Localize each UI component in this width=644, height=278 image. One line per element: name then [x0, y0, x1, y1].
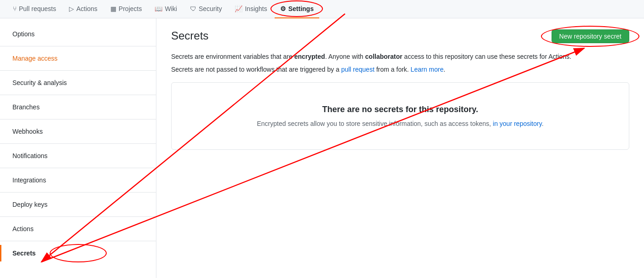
nav-pull-requests[interactable]: ⑂ Pull requests — [7, 0, 62, 18]
nav-settings[interactable]: ⚙ Settings — [275, 0, 319, 18]
sidebar-item-integrations[interactable]: Integrations — [0, 172, 156, 188]
sidebar: Options Manage access Security & analysi… — [0, 18, 156, 278]
pull-requests-icon: ⑂ — [13, 5, 17, 12]
sidebar-item-secrets[interactable]: Secrets — [0, 245, 156, 261]
description-line1: Secrets are environment variables that a… — [171, 51, 629, 62]
secrets-circled-wrapper: Secrets — [0, 245, 156, 261]
empty-box-desc: Encrypted secrets allow you to store sen… — [183, 120, 618, 127]
actions-icon: ▷ — [69, 5, 74, 12]
nav-insights[interactable]: 📈 Insights — [229, 0, 272, 18]
main-header-row: Secrets New repository secret — [171, 29, 629, 50]
nav-wiki[interactable]: 📖 Wiki — [149, 0, 182, 18]
description-line2: Secrets are not passed to workflows that… — [171, 64, 629, 74]
insights-icon: 📈 — [235, 5, 242, 12]
sidebar-item-notifications[interactable]: Notifications — [0, 148, 156, 164]
sidebar-divider-4 — [0, 119, 156, 119]
new-secret-btn-wrapper: New repository secret — [552, 29, 629, 43]
settings-icon: ⚙ — [280, 5, 286, 12]
sidebar-divider-3 — [0, 95, 156, 95]
layout: Options Manage access Security & analysi… — [0, 18, 644, 278]
nav-security[interactable]: 🛡 Security — [184, 0, 228, 18]
sidebar-divider-6 — [0, 168, 156, 168]
empty-box-title: There are no secrets for this repository… — [183, 105, 618, 114]
sidebar-item-manage-access[interactable]: Manage access — [0, 50, 156, 67]
sidebar-item-branches[interactable]: Branches — [0, 99, 156, 115]
sidebar-divider-7 — [0, 192, 156, 193]
main-content: Secrets New repository secret Secrets ar… — [156, 18, 644, 278]
sidebar-divider-1 — [0, 46, 156, 46]
sidebar-divider-2 — [0, 70, 156, 71]
sidebar-divider-8 — [0, 216, 156, 217]
wiki-icon: 📖 — [155, 5, 162, 12]
nav-actions[interactable]: ▷ Actions — [63, 0, 103, 18]
projects-icon: ▦ — [110, 5, 116, 12]
sidebar-item-security-analysis[interactable]: Security & analysis — [0, 74, 156, 91]
learn-more-link[interactable]: Learn more — [411, 66, 444, 73]
sidebar-item-webhooks[interactable]: Webhooks — [0, 123, 156, 140]
page-title: Secrets — [171, 29, 208, 42]
top-nav: ⑂ Pull requests ▷ Actions ▦ Projects 📖 W… — [0, 0, 644, 18]
sidebar-divider-9 — [0, 241, 156, 241]
sidebar-item-actions[interactable]: Actions — [0, 221, 156, 237]
pull-request-link[interactable]: pull request — [341, 66, 374, 73]
sidebar-item-options[interactable]: Options — [0, 26, 156, 42]
security-icon: 🛡 — [190, 5, 196, 12]
nav-projects[interactable]: ▦ Projects — [105, 0, 148, 18]
in-your-repository-link[interactable]: in your repository — [493, 120, 541, 127]
sidebar-item-deploy-keys[interactable]: Deploy keys — [0, 196, 156, 213]
sidebar-divider-5 — [0, 143, 156, 144]
empty-secrets-box: There are no secrets for this repository… — [171, 82, 629, 150]
new-repository-secret-button[interactable]: New repository secret — [552, 29, 629, 43]
